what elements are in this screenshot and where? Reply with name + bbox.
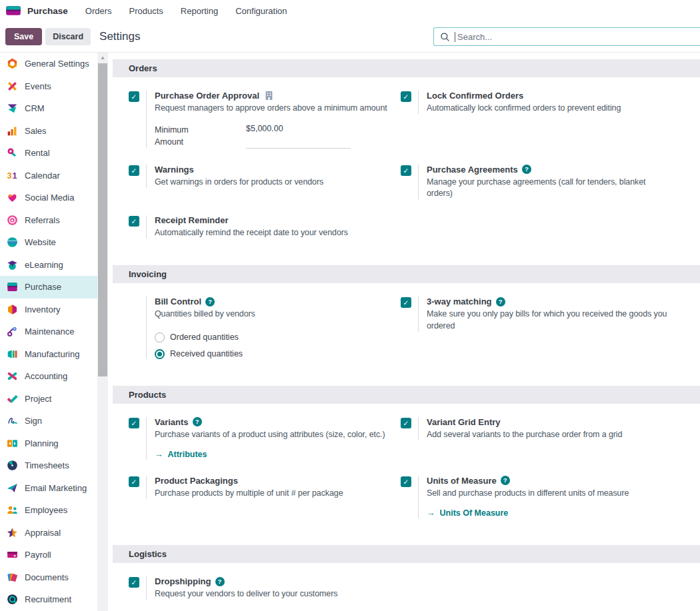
radio-button-icon[interactable]	[155, 349, 165, 359]
section-header-invoicing: Invoicing	[113, 265, 700, 283]
checkbox-product-packagings[interactable]: ✓	[129, 476, 139, 487]
radio-button-icon[interactable]	[155, 332, 165, 342]
checkbox-units-of-measure[interactable]: ✓	[401, 476, 411, 487]
sidebar-item-social-media[interactable]: Social Media	[0, 187, 97, 209]
appraisal-icon	[7, 527, 18, 538]
sidebar-item-label: Planning	[25, 438, 59, 448]
attributes-link[interactable]: → Attributes	[155, 450, 207, 459]
accounting-icon	[7, 370, 18, 382]
sales-icon	[7, 125, 18, 137]
page-title: Settings	[99, 30, 140, 43]
sidebar-item-project[interactable]: Project	[0, 388, 97, 410]
radio-ordered-quantities[interactable]: Ordered quantities	[155, 332, 389, 342]
sidebar-item-referrals[interactable]: Referrals	[0, 209, 97, 232]
setting-title: Units of Measure	[427, 476, 497, 486]
minimum-amount-input[interactable]: $5,000.00	[246, 124, 351, 148]
sidebar-item-sign[interactable]: Sign	[0, 410, 97, 432]
sidebar-item-general-settings[interactable]: General Settings	[0, 53, 97, 75]
purchase-icon	[7, 281, 18, 293]
checkbox-purchase-agreements[interactable]: ✓	[401, 165, 411, 176]
scroll-up-icon[interactable]: ▲	[97, 53, 108, 63]
setting-warnings: ✓ Warnings Get warnings in orders for pr…	[129, 165, 401, 200]
sidebar-item-accounting[interactable]: Accounting	[0, 365, 97, 388]
sidebar-item-label: CRM	[25, 103, 45, 113]
sidebar-item-timesheets[interactable]: Timesheets	[0, 454, 97, 477]
events-icon	[7, 81, 18, 92]
sidebar-item-label: Sales	[25, 126, 47, 136]
sidebar-item-appraisal[interactable]: Appraisal	[0, 522, 97, 544]
sidebar-item-label: Events	[25, 81, 51, 91]
checkbox-receipt-reminder[interactable]: ✓	[129, 216, 139, 227]
sidebar-item-label: Website	[25, 237, 56, 247]
setting-desc: Purchase variants of a product using att…	[155, 429, 389, 440]
sidebar-item-recruitment[interactable]: Recruitment	[0, 588, 97, 611]
sidebar-item-website[interactable]: Website	[0, 231, 97, 254]
sidebar-item-employees[interactable]: Employees	[0, 499, 97, 522]
sidebar-item-label: Appraisal	[25, 528, 61, 538]
app-switcher[interactable]: Purchase	[5, 5, 68, 17]
sidebar-item-crm[interactable]: CRM	[0, 97, 97, 120]
menu-reporting[interactable]: Reporting	[181, 6, 218, 16]
sidebar: General SettingsEventsCRMSalesRental31Ca…	[0, 53, 97, 611]
checkbox-warnings[interactable]: ✓	[129, 165, 139, 176]
sidebar-item-purchase[interactable]: Purchase	[0, 276, 97, 299]
sidebar-item-sales[interactable]: Sales	[0, 120, 97, 143]
sign-icon	[7, 415, 18, 426]
help-icon: ?	[522, 165, 531, 174]
radio-label: Ordered quantities	[170, 332, 239, 342]
text-caret	[455, 32, 455, 42]
discard-button[interactable]: Discard	[45, 28, 91, 45]
sidebar-scrollbar[interactable]: ▲	[97, 53, 108, 611]
sidebar-item-email-marketing[interactable]: Email Marketing	[0, 477, 97, 500]
search-input[interactable]: Search...	[433, 27, 700, 46]
svg-text:1: 1	[13, 171, 17, 181]
checkbox-purchase-order-approval[interactable]: ✓	[129, 91, 139, 102]
sidebar-item-inventory[interactable]: Inventory	[0, 299, 97, 321]
section-header-orders: Orders	[113, 59, 700, 77]
help-icon: ?	[501, 476, 510, 485]
checkbox-variant-grid-entry[interactable]: ✓	[401, 418, 411, 428]
sidebar-item-manufacturing[interactable]: Manufacturing	[0, 343, 97, 366]
sidebar-item-maintenance[interactable]: Maintenance	[0, 320, 97, 343]
checkbox-variants[interactable]: ✓	[129, 418, 139, 428]
menu-configuration[interactable]: Configuration	[235, 6, 287, 16]
purchase-app-icon	[5, 5, 21, 17]
checkbox-dropshipping[interactable]: ✓	[129, 577, 139, 588]
setting-title: Bill Control	[155, 297, 201, 306]
checkbox-3-way-matching[interactable]: ✓	[401, 297, 411, 308]
help-icon: ?	[205, 297, 215, 306]
sidebar-item-label: Inventory	[25, 305, 60, 314]
search-placeholder: Search...	[457, 32, 492, 42]
sidebar-item-label: Email Marketing	[25, 483, 87, 493]
sidebar-item-label: Payroll	[25, 550, 51, 560]
setting-3-way-matching: ✓ 3-way matching ? Make sure you only pa…	[401, 297, 700, 358]
units-of-measure-link[interactable]: → Units Of Measure	[427, 508, 508, 518]
top-nav: Purchase Orders Products Reporting Confi…	[0, 0, 700, 21]
menu-products[interactable]: Products	[129, 6, 163, 16]
setting-desc: Quantities billed by vendors	[155, 308, 389, 320]
sidebar-item-elearning[interactable]: eLearning	[0, 254, 97, 277]
setting-title: Purchase Order Approval	[155, 91, 259, 101]
setting-purchase-agreements: ✓ Purchase Agreements ? Manage your purc…	[401, 165, 700, 200]
sidebar-item-rental[interactable]: Rental	[0, 142, 97, 165]
menu-orders[interactable]: Orders	[85, 6, 112, 16]
sidebar-item-calendar[interactable]: 31Calendar	[0, 165, 97, 187]
setting-variant-grid-entry: ✓ Variant Grid Entry Add several variant…	[401, 417, 700, 460]
radio-received-quantities[interactable]: Received quantities	[155, 349, 389, 359]
save-button[interactable]: Save	[5, 28, 42, 45]
svg-text:3: 3	[7, 171, 11, 181]
setting-desc: Add several variants to the purchase ord…	[427, 429, 688, 440]
minimum-amount-label: Minimum Amount	[155, 124, 208, 148]
setting-desc: Request your vendors to deliver to your …	[155, 588, 389, 600]
checkbox-lock-confirmed-orders[interactable]: ✓	[401, 91, 411, 102]
sidebar-item-label: Maintenance	[25, 326, 74, 336]
payroll-icon	[7, 549, 18, 560]
setting-title: Receipt Reminder	[155, 215, 229, 225]
sidebar-item-documents[interactable]: Documents	[0, 566, 97, 589]
sidebar-item-planning[interactable]: Planning	[0, 432, 97, 455]
setting-desc: Automatically lock confirmed orders to p…	[427, 103, 688, 114]
arrow-right-icon: →	[427, 508, 435, 518]
scrollbar-thumb[interactable]	[98, 63, 107, 376]
sidebar-item-events[interactable]: Events	[0, 75, 97, 98]
sidebar-item-payroll[interactable]: Payroll	[0, 544, 97, 566]
